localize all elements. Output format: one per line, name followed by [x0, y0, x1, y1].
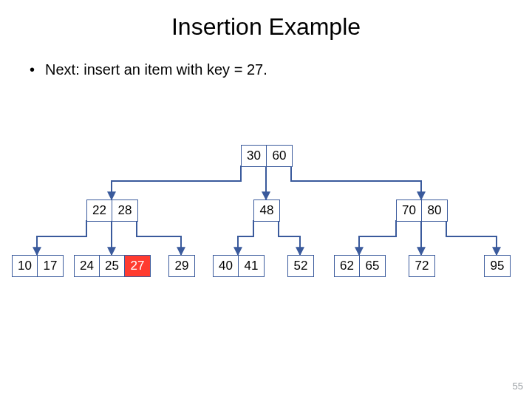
key-cell: 70: [397, 200, 422, 221]
slide-number: 55: [513, 381, 523, 392]
btree-diagram: 30 60 22 28 48 70 80 10 17 24 25 27 29 4…: [0, 0, 532, 399]
leaf-node: 52: [287, 255, 314, 277]
leaf-node: 72: [409, 255, 435, 277]
key-cell: 10: [13, 256, 38, 276]
key-cell: 62: [335, 256, 360, 276]
key-cell: 72: [409, 256, 434, 276]
key-cell: 17: [38, 256, 63, 276]
key-cell: 60: [267, 146, 292, 166]
key-cell: 52: [288, 256, 313, 276]
key-cell: 30: [242, 146, 267, 166]
leaf-node: 95: [484, 255, 511, 277]
mid-center-node: 48: [253, 200, 280, 222]
key-cell: 29: [169, 256, 194, 276]
key-cell: 65: [360, 256, 385, 276]
key-cell: 48: [254, 200, 279, 221]
key-cell: 24: [75, 256, 100, 276]
leaf-node: 10 17: [12, 255, 64, 277]
key-cell: 80: [422, 200, 447, 221]
root-node: 30 60: [241, 145, 293, 167]
key-cell: 25: [100, 256, 125, 276]
mid-left-node: 22 28: [86, 200, 138, 222]
leaf-node: 24 25 27: [74, 255, 151, 277]
leaf-node: 62 65: [334, 255, 386, 277]
key-cell: 40: [214, 256, 239, 276]
leaf-node: 29: [168, 255, 195, 277]
mid-right-node: 70 80: [396, 200, 448, 222]
key-cell-highlight: 27: [125, 256, 150, 276]
leaf-node: 40 41: [213, 255, 265, 277]
key-cell: 22: [87, 200, 112, 221]
key-cell: 28: [112, 200, 137, 221]
key-cell: 95: [485, 256, 510, 276]
key-cell: 41: [239, 256, 264, 276]
